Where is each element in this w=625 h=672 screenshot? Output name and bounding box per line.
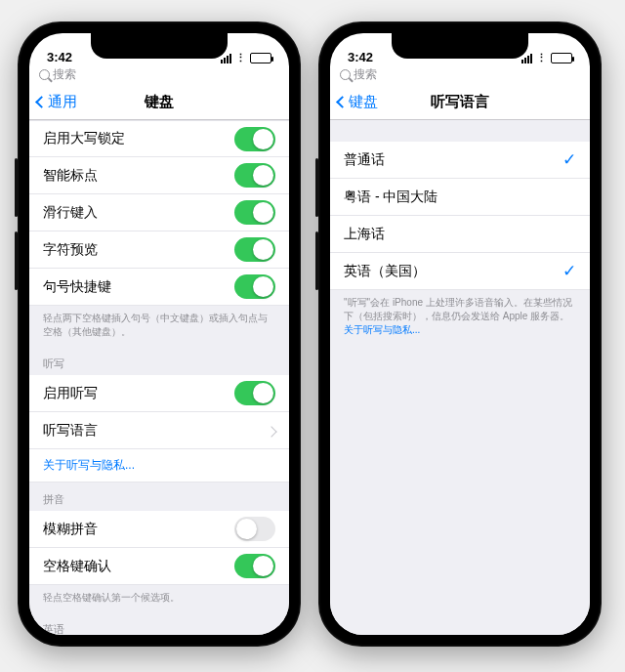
back-label: 键盘 bbox=[349, 93, 378, 111]
cell-label: 粤语 - 中国大陆 bbox=[344, 189, 438, 206]
switch-cell: 句号快捷键 bbox=[29, 269, 289, 306]
nav-cell[interactable]: 听写语言 bbox=[29, 412, 289, 449]
toggle-switch[interactable] bbox=[234, 274, 275, 299]
section-footer: 轻点空格键确认第一个候选项。 bbox=[29, 585, 289, 612]
switch-cell: 智能标点 bbox=[29, 157, 289, 194]
chevron-left-icon bbox=[35, 96, 48, 108]
back-label: 通用 bbox=[48, 93, 77, 111]
search-label: 搜索 bbox=[53, 66, 76, 83]
cell-label: 英语（美国） bbox=[344, 263, 426, 280]
toggle-switch[interactable] bbox=[234, 381, 275, 405]
settings-list[interactable]: 启用大写锁定智能标点滑行键入字符预览句号快捷键轻点两下空格键插入句号（中文键盘）… bbox=[29, 120, 289, 635]
page-title: 键盘 bbox=[145, 93, 174, 111]
search-row[interactable]: 搜索 bbox=[330, 66, 590, 85]
back-button[interactable]: 键盘 bbox=[338, 93, 378, 111]
battery-icon bbox=[250, 53, 271, 63]
stage: 3:42 ⋮ 搜索 通用 键盘 启用大写锁定智能标点滑行键入字符预览句号快捷键轻… bbox=[0, 0, 625, 668]
search-icon bbox=[340, 69, 351, 80]
status-right: ⋮ bbox=[521, 52, 572, 64]
switch-cell: 启用大写锁定 bbox=[29, 120, 289, 157]
notch bbox=[392, 33, 528, 59]
search-icon bbox=[39, 69, 50, 80]
status-time: 3:42 bbox=[47, 50, 72, 64]
section-header: 英语 bbox=[29, 612, 289, 635]
toggle-switch[interactable] bbox=[234, 127, 275, 151]
toggle-switch[interactable] bbox=[234, 200, 275, 225]
nav-bar: 通用 键盘 bbox=[29, 85, 289, 120]
notch bbox=[91, 33, 228, 59]
section-footer: 轻点两下空格键插入句号（中文键盘）或插入句点与空格（其他键盘）。 bbox=[29, 306, 289, 347]
switch-cell: 字符预览 bbox=[29, 231, 289, 269]
language-list[interactable]: 普通话✓粤语 - 中国大陆上海话英语（美国）✓"听写"会在 iPhone 上处理… bbox=[330, 120, 590, 635]
language-cell[interactable]: 上海话 bbox=[330, 216, 590, 253]
screen-right: 3:42 ⋮ 搜索 键盘 听写语言 普通话✓粤语 - 中国大陆上海话英语（美国）… bbox=[330, 33, 590, 635]
cell-label: 空格键确认 bbox=[43, 558, 111, 575]
cell-label: 句号快捷键 bbox=[43, 278, 111, 296]
switch-cell: 启用听写 bbox=[29, 375, 289, 412]
screen-left: 3:42 ⋮ 搜索 通用 键盘 启用大写锁定智能标点滑行键入字符预览句号快捷键轻… bbox=[29, 33, 289, 635]
privacy-link[interactable]: 关于听写与隐私... bbox=[344, 324, 420, 335]
cell-label: 启用听写 bbox=[43, 385, 98, 402]
chevron-left-icon bbox=[336, 96, 349, 108]
status-time: 3:42 bbox=[348, 50, 373, 64]
search-row[interactable]: 搜索 bbox=[29, 66, 289, 85]
check-icon: ✓ bbox=[562, 261, 576, 281]
phone-right: 3:42 ⋮ 搜索 键盘 听写语言 普通话✓粤语 - 中国大陆上海话英语（美国）… bbox=[318, 21, 602, 647]
cell-label: 模糊拼音 bbox=[43, 521, 98, 538]
signal-icon bbox=[221, 54, 231, 63]
battery-icon bbox=[551, 53, 572, 63]
status-right: ⋮ bbox=[221, 52, 271, 64]
nav-bar: 键盘 听写语言 bbox=[330, 85, 590, 120]
section-header: 拼音 bbox=[29, 483, 289, 511]
toggle-switch[interactable] bbox=[234, 517, 275, 541]
cell-label: 启用大写锁定 bbox=[43, 130, 125, 147]
cell-label: 滑行键入 bbox=[43, 204, 98, 222]
toggle-switch[interactable] bbox=[234, 237, 275, 262]
phone-left: 3:42 ⋮ 搜索 通用 键盘 启用大写锁定智能标点滑行键入字符预览句号快捷键轻… bbox=[18, 21, 301, 647]
signal-icon bbox=[521, 54, 532, 63]
wifi-icon: ⋮ bbox=[235, 52, 246, 64]
cell-label: 上海话 bbox=[344, 226, 385, 243]
search-label: 搜索 bbox=[354, 66, 377, 83]
language-cell[interactable]: 普通话✓ bbox=[330, 142, 590, 179]
page-title: 听写语言 bbox=[431, 93, 489, 111]
switch-cell: 模糊拼音 bbox=[29, 511, 289, 548]
cell-label: 智能标点 bbox=[43, 167, 98, 185]
toggle-switch[interactable] bbox=[234, 554, 275, 578]
back-button[interactable]: 通用 bbox=[37, 93, 77, 111]
cell-label: 普通话 bbox=[344, 151, 385, 169]
switch-cell: 空格键确认 bbox=[29, 548, 289, 585]
privacy-link-cell[interactable]: 关于听写与隐私... bbox=[29, 449, 289, 483]
wifi-icon: ⋮ bbox=[536, 52, 547, 64]
cell-label: 听写语言 bbox=[43, 422, 98, 440]
language-cell[interactable]: 英语（美国）✓ bbox=[330, 253, 590, 290]
switch-cell: 滑行键入 bbox=[29, 194, 289, 231]
check-icon: ✓ bbox=[562, 149, 576, 170]
chevron-right-icon bbox=[268, 422, 275, 440]
section-header: 听写 bbox=[29, 347, 289, 375]
toggle-switch[interactable] bbox=[234, 163, 275, 188]
cell-label: 字符预览 bbox=[43, 241, 98, 259]
language-cell[interactable]: 粤语 - 中国大陆 bbox=[330, 179, 590, 216]
section-footer: "听写"会在 iPhone 上处理许多语音输入。在某些情况下（包括搜索时），信息… bbox=[330, 290, 590, 345]
